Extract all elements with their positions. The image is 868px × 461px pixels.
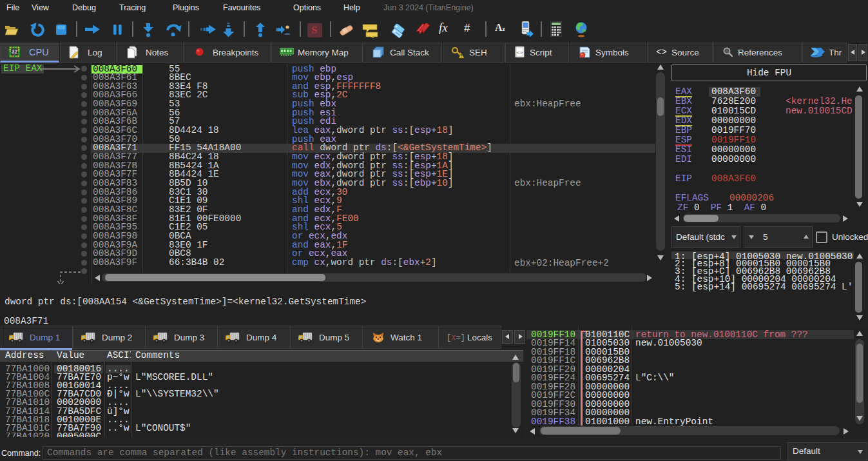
svg-text:32: 32 <box>12 48 18 55</box>
svg-text:!: ! <box>461 54 462 58</box>
svg-text:<>: <> <box>517 50 523 55</box>
